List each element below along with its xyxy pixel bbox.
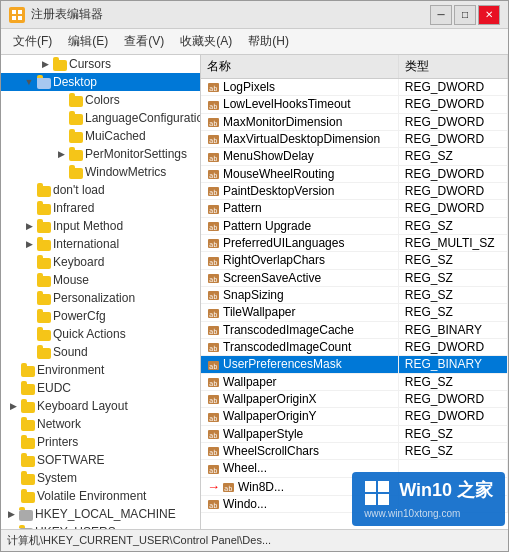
tree-item-windowmetrics[interactable]: ▶ WindowMetrics (1, 163, 200, 181)
main-content: ▶ Cursors ▼ Desktop ▶ Colors ▶ LanguageC… (1, 55, 508, 529)
reg-type-cell: REG_SZ (398, 304, 507, 321)
tree-item-international[interactable]: ▶ International (1, 235, 200, 253)
expand-icon[interactable]: ▶ (3, 506, 19, 522)
table-row[interactable]: abPreferredUILanguagesREG_MULTI_SZ (201, 234, 508, 251)
tree-item-volatile[interactable]: ▶ Volatile Environment (1, 487, 200, 505)
tree-item-cursors[interactable]: ▶ Cursors (1, 55, 200, 73)
reg-value-icon: ab (207, 393, 220, 406)
tree-label-mouse: Mouse (53, 273, 89, 287)
folder-icon (37, 204, 51, 215)
menu-favorites[interactable]: 收藏夹(A) (172, 31, 240, 52)
table-row[interactable]: abWheelScrollCharsREG_SZ (201, 442, 508, 459)
table-row[interactable]: abWallpaperOriginXREG_DWORD (201, 390, 508, 407)
reg-name-cell: abSnapSizing (201, 286, 398, 303)
menu-file[interactable]: 文件(F) (5, 31, 60, 52)
status-text: 计算机\HKEY_CURRENT_USER\Control Panel\Des.… (7, 533, 271, 548)
expand-icon[interactable]: ▶ (21, 236, 37, 252)
reg-value-icon: ab (207, 428, 220, 441)
svg-text:ab: ab (209, 224, 217, 232)
table-row[interactable]: abScreenSaveActiveREG_SZ (201, 269, 508, 286)
tree-label-eudc: EUDC (37, 381, 71, 395)
expand-icon[interactable]: ▶ (5, 398, 21, 414)
expand-icon[interactable]: ▶ (21, 218, 37, 234)
table-row[interactable]: abMaxMonitorDimensionREG_DWORD (201, 113, 508, 130)
tree-item-sound[interactable]: ▶ Sound (1, 343, 200, 361)
menu-edit[interactable]: 编辑(E) (60, 31, 116, 52)
table-row[interactable]: abTranscodedImageCountREG_DWORD (201, 338, 508, 355)
tree-item-powercfg[interactable]: ▶ PowerCfg (1, 307, 200, 325)
reg-value-icon: ab (207, 324, 220, 337)
close-button[interactable]: ✕ (478, 5, 500, 25)
tree-item-quickactions[interactable]: ▶ Quick Actions (1, 325, 200, 343)
tree-item-hklm[interactable]: ▶ HKEY_LOCAL_MACHINE (1, 505, 200, 523)
table-row[interactable]: abUserPreferencesMaskREG_BINARY (201, 356, 508, 373)
svg-rect-0 (12, 10, 16, 14)
minimize-button[interactable]: ─ (430, 5, 452, 25)
tree-item-printers[interactable]: ▶ Printers (1, 433, 200, 451)
tree-item-language[interactable]: ▶ LanguageConfiguration (1, 109, 200, 127)
table-row[interactable]: abMaxVirtualDesktopDimensionREG_DWORD (201, 130, 508, 147)
table-row[interactable]: abLogPixelsREG_DWORD (201, 79, 508, 96)
tree-item-eudc[interactable]: ▶ EUDC (1, 379, 200, 397)
tree-item-infrared[interactable]: ▶ Infrared (1, 199, 200, 217)
table-row[interactable]: abTileWallpaperREG_SZ (201, 304, 508, 321)
reg-type-cell: REG_SZ (398, 269, 507, 286)
window-controls: ─ □ ✕ (430, 5, 500, 25)
tree-label-network: Network (37, 417, 81, 431)
table-row[interactable]: abMouseWheelRoutingREG_DWORD (201, 165, 508, 182)
tree-label-desktop: Desktop (53, 75, 97, 89)
table-row[interactable]: abRightOverlapCharsREG_SZ (201, 252, 508, 269)
table-row[interactable]: abPattern UpgradeREG_SZ (201, 217, 508, 234)
menu-help[interactable]: 帮助(H) (240, 31, 297, 52)
folder-icon (69, 114, 83, 125)
table-row[interactable]: abLowLevelHooksTimeoutREG_DWORD (201, 96, 508, 113)
table-row[interactable]: abPaintDesktopVersionREG_DWORD (201, 182, 508, 199)
menu-view[interactable]: 查看(V) (116, 31, 172, 52)
reg-name-cell: abPattern Upgrade (201, 217, 398, 234)
tree-item-keyboardlayout[interactable]: ▶ Keyboard Layout (1, 397, 200, 415)
table-row[interactable]: abPatternREG_DWORD (201, 200, 508, 217)
tree-item-colors[interactable]: ▶ Colors (1, 91, 200, 109)
table-row[interactable]: abWindo... (201, 495, 508, 512)
reg-name-cell: abPaintDesktopVersion (201, 182, 398, 199)
table-row[interactable]: abSnapSizingREG_SZ (201, 286, 508, 303)
tree-item-permonitor[interactable]: ▶ PerMonitorSettings (1, 145, 200, 163)
reg-value-icon: ab (207, 168, 220, 181)
table-row[interactable]: abMenuShowDelayREG_SZ (201, 148, 508, 165)
folder-icon (37, 186, 51, 197)
table-row[interactable]: abWheel... (201, 460, 508, 477)
expand-icon[interactable]: ▶ (53, 146, 69, 162)
tree-item-desktop[interactable]: ▼ Desktop (1, 73, 200, 91)
table-row[interactable]: →abWin8D... (201, 477, 508, 495)
maximize-button[interactable]: □ (454, 5, 476, 25)
tree-item-inputmethod[interactable]: ▶ Input Method (1, 217, 200, 235)
table-row[interactable]: abWallpaperOriginYREG_DWORD (201, 408, 508, 425)
registry-table: 名称 类型 abLogPixelsREG_DWORDabLowLevelHook… (201, 55, 508, 513)
reg-name-cell: abMaxMonitorDimension (201, 113, 398, 130)
table-row[interactable]: abTranscodedImageCacheREG_BINARY (201, 321, 508, 338)
tree-item-muicached[interactable]: ▶ MuiCached (1, 127, 200, 145)
reg-name-cell: abTileWallpaper (201, 304, 398, 321)
svg-rect-1 (18, 10, 22, 14)
tree-item-software[interactable]: ▶ SOFTWARE (1, 451, 200, 469)
table-row[interactable]: abWallpaperREG_SZ (201, 373, 508, 390)
registry-editor-window: 注册表编辑器 ─ □ ✕ 文件(F) 编辑(E) 查看(V) 收藏夹(A) 帮助… (0, 0, 509, 552)
tree-item-personalization[interactable]: ▶ Personalization (1, 289, 200, 307)
expand-icon[interactable]: ▼ (21, 74, 37, 90)
reg-value-icon: ab (207, 220, 220, 233)
tree-item-system[interactable]: ▶ System (1, 469, 200, 487)
status-bar: 计算机\HKEY_CURRENT_USER\Control Panel\Des.… (1, 529, 508, 551)
table-row[interactable]: abWallpaperStyleREG_SZ (201, 425, 508, 442)
expand-icon[interactable]: ▶ (37, 56, 53, 72)
tree-item-keyboard[interactable]: ▶ Keyboard (1, 253, 200, 271)
tree-item-environment[interactable]: ▶ Environment (1, 361, 200, 379)
reg-name-cell: abRightOverlapChars (201, 252, 398, 269)
menu-bar: 文件(F) 编辑(E) 查看(V) 收藏夹(A) 帮助(H) (1, 29, 508, 55)
tree-label-environment: Environment (37, 363, 104, 377)
tree-item-network[interactable]: ▶ Network (1, 415, 200, 433)
tree-label-dontload: don't load (53, 183, 105, 197)
folder-icon (37, 222, 51, 233)
reg-name-cell: abScreenSaveActive (201, 269, 398, 286)
tree-item-dontload[interactable]: ▶ don't load (1, 181, 200, 199)
tree-item-mouse[interactable]: ▶ Mouse (1, 271, 200, 289)
